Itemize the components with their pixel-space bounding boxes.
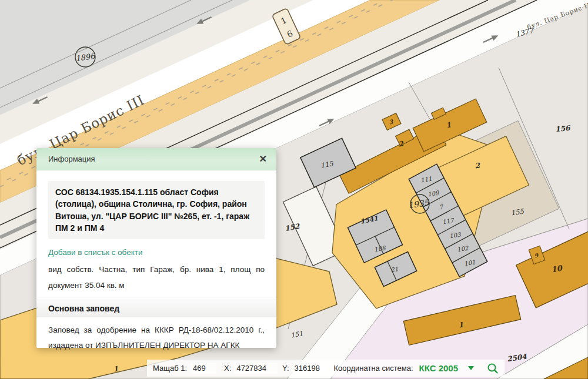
order-text: Заповед за одобрение на КККР РД-18-68/02… <box>48 323 265 354</box>
add-to-list-link[interactable]: Добави в списък с обекти <box>48 248 265 257</box>
crs-label: Координатна система: <box>334 364 413 373</box>
status-bar: Мащаб 1: X: Y: Координатна система: ККС … <box>147 360 505 377</box>
close-icon[interactable]: ✕ <box>259 155 267 164</box>
search-icon <box>487 363 499 374</box>
label-156: 156 <box>555 124 572 134</box>
cadastral-map-app: { "popup": { "title": "Информация", "clo… <box>0 0 588 379</box>
search-button[interactable] <box>487 363 499 374</box>
y-coordinate-input[interactable] <box>292 363 328 374</box>
info-popup: Информация ✕ СОС 68134.1935.154.1.115 об… <box>36 148 276 348</box>
object-details-text: вид собств. Частна, тип Гараж, бр. нива … <box>48 262 265 293</box>
info-popup-header: Информация ✕ <box>36 148 276 170</box>
x-coordinate-input[interactable] <box>234 363 278 374</box>
y-coordinate-label: Y: <box>282 364 289 373</box>
popup-title: Информация <box>48 155 95 163</box>
section-header-order: Основна заповед <box>36 300 276 317</box>
crs-selected-value[interactable]: ККС 2005 <box>419 363 458 373</box>
x-coordinate-label: X: <box>224 364 231 373</box>
scale-input[interactable] <box>191 363 216 374</box>
label-21: 21 <box>390 266 399 273</box>
chevron-down-icon[interactable] <box>468 366 474 370</box>
object-info-box: СОС 68134.1935.154.1.115 област София (с… <box>48 181 265 239</box>
scale-label: Мащаб 1: <box>153 364 187 373</box>
